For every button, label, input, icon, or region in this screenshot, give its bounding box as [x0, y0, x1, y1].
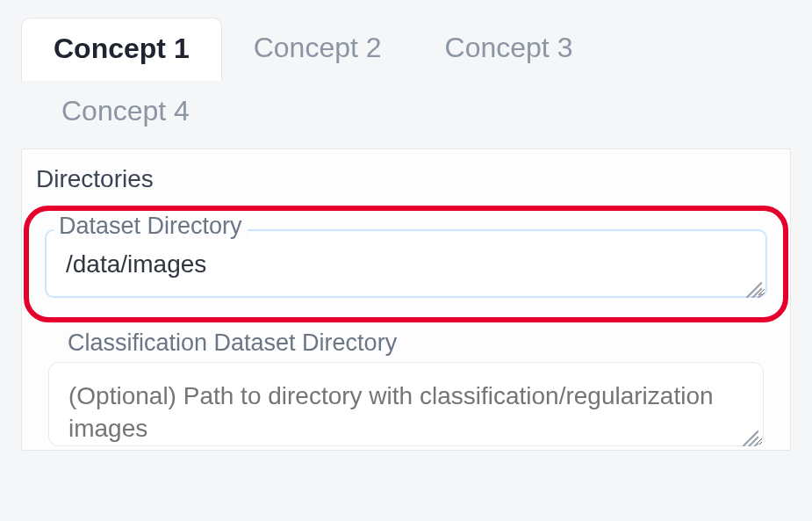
tabs-row-2: Concept 4: [21, 86, 791, 136]
section-title-directories: Directories: [22, 158, 790, 206]
classification-directory-group: Classification Dataset Directory: [22, 329, 790, 450]
tab-concept-1[interactable]: Concept 1: [21, 18, 222, 81]
dataset-directory-highlight: Dataset Directory: [24, 206, 788, 322]
dataset-directory-group: Dataset Directory: [45, 213, 767, 301]
tab-concept-3[interactable]: Concept 3: [413, 18, 605, 81]
tabs-row-1: Concept 1 Concept 2 Concept 3: [21, 18, 791, 81]
classification-directory-input[interactable]: [48, 362, 764, 446]
classification-directory-input-wrap: [48, 362, 764, 450]
dataset-directory-input-wrap: [45, 229, 767, 301]
tab-concept-4[interactable]: Concept 4: [46, 86, 205, 136]
tab-concept-2[interactable]: Concept 2: [222, 18, 413, 81]
directories-panel: Directories Dataset Directory Classifica…: [21, 148, 791, 451]
classification-directory-label: Classification Dataset Directory: [68, 329, 772, 357]
dataset-directory-label: Dataset Directory: [54, 213, 248, 240]
